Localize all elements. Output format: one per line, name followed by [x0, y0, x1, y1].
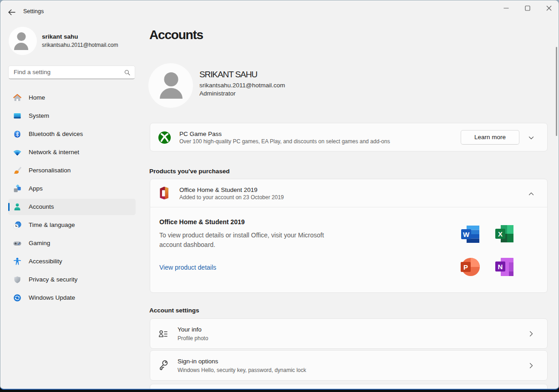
svg-text:X: X: [498, 230, 503, 238]
svg-text:N: N: [498, 263, 503, 271]
svg-text:W: W: [463, 231, 470, 238]
svg-text:P: P: [463, 263, 468, 271]
